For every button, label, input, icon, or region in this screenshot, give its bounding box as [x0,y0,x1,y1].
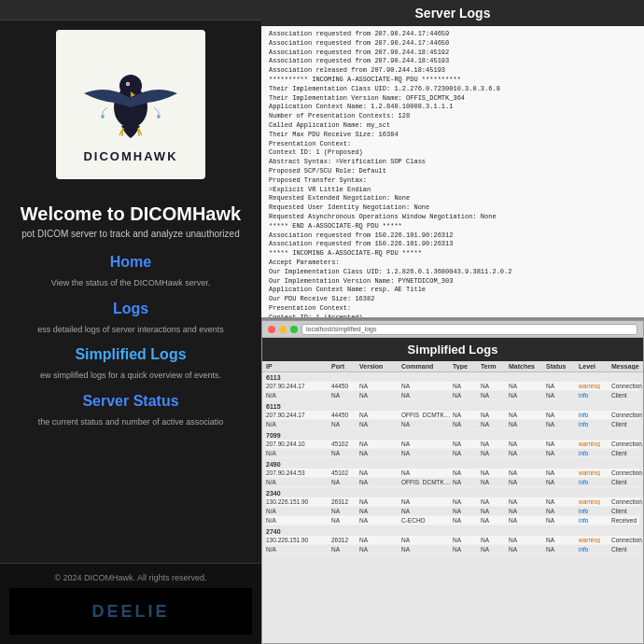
welcome-heading: Welcome to DICOMHawk [0,196,261,229]
logo-area: DICOMHAWK [0,21,261,196]
log-line: Association requested from 207.90.244.18… [269,49,637,58]
table-cell: NA [359,450,401,456]
table-cell: NA [481,450,509,456]
nav-server-status[interactable]: Server Status [0,387,261,417]
table-cell: OFFIS_DCMTK_360 [401,412,453,418]
log-line: Requested Asynchronous Operations Window… [269,213,637,222]
server-logs-content[interactable]: Association requested from 207.90.244.17… [261,26,644,317]
log-line: Context ID: 1 (Proposed) [269,148,637,158]
table-cell: Client [611,508,643,514]
table-cell: Client [611,546,643,553]
table-cell: NA [453,392,481,399]
table-cell: 207.90.244.10 [266,441,331,447]
simplified-logs-table: IPPortVersionCommandTypeTermMatchesStatu… [262,361,643,643]
table-cell: OFFIS_DCMTK_360 [401,479,453,485]
table-cell: 207.90.244.17 [266,412,331,418]
table-cell: NA [331,479,359,485]
footer: © 2024 DICOMHawk. All rights reserved. D… [0,563,261,644]
table-cell: NA [401,469,453,476]
table-row: 207.90.244.5345102NANANANANANAwarningCon… [266,469,639,478]
table-cell: Client [611,479,643,485]
log-line: Presentation Context: [269,304,637,314]
table-cell: NA [401,441,453,447]
log-line: Their Implementation Version Name: OFFIS… [269,94,637,104]
log-line: Association released from 207.90.244.18:… [269,66,637,76]
table-cell: NA [481,383,509,389]
table-cell: 207.90.244.17 [266,383,331,389]
table-cell: 44450 [331,383,359,389]
table-cell: NA [509,498,546,505]
table-cell: NA [509,546,546,553]
log-line: Our Implementation Version Name: PYNETDI… [269,277,637,287]
table-cell: Connection from [611,498,643,505]
footer-logo-box: DEELIE [9,588,252,635]
home-link[interactable]: Home [19,254,243,271]
table-cell: NA [401,450,453,456]
table-cell: NA [331,392,359,399]
welcome-subtitle: pot DICOM server to track and analyze un… [0,229,261,248]
logs-link[interactable]: Logs [19,301,243,317]
table-cell: NA [546,517,579,524]
table-cell: NA [401,537,453,543]
table-cell: NA [453,450,481,456]
table-header-cell: Type [453,363,481,370]
right-panel: Server Logs Association requested from 2… [261,0,644,644]
table-cell: NA [359,441,401,447]
table-cell: 26312 [331,498,359,505]
table-cell: NA [509,392,546,399]
server-status-link[interactable]: Server Status [19,393,243,410]
table-cell: warning [579,537,611,543]
table-cell: NA [546,508,579,514]
table-cell: NA [481,469,509,476]
table-row: N/ANANAOFFIS_DCMTK_360NANANANAinfoClient… [266,478,639,487]
table-header-cell: IP [266,363,331,370]
top-bar [0,0,261,21]
table-cell: NA [359,498,401,505]
log-line: Proposed SCP/SCU Role: Default [269,167,637,176]
logo-box: DICOMHAWK [56,30,205,179]
table-cell: NA [481,441,509,447]
log-line: Association requested from 207.90.244.18… [269,57,637,66]
table-cell: NA [359,383,401,389]
log-line: Abstract Syntax: =Verification SOP Class [269,158,637,167]
table-row: 207.90.244.1744450NANANANANANAwarningCon… [266,382,639,391]
table-cell: NA [359,479,401,485]
simplified-logs-link[interactable]: Simplified Logs [19,346,243,363]
table-group: 2740130.226.151.9026312NANANANANANAwarni… [262,526,643,555]
table-row: N/ANANANANANANANAinfoClient2024-07-09 T1… [266,420,639,429]
close-dot[interactable] [268,326,275,333]
table-group: 2490207.90.244.5345102NANANANANANAwarnin… [262,459,643,488]
svg-point-4 [101,115,105,119]
table-cell: NA [546,441,579,447]
table-cell: NA [481,537,509,543]
table-cell: NA [453,412,481,418]
nav-home[interactable]: Home [0,248,261,278]
table-cell: NA [546,479,579,485]
table-cell: N/A [266,508,331,514]
minimize-dot[interactable] [279,326,287,333]
nav-simplified-logs[interactable]: Simplified Logs [0,341,261,371]
table-cell: 130.226.151.90 [266,498,331,505]
table-cell: Client [611,450,643,456]
table-cell: warning [579,383,611,389]
group-id: 2340 [266,489,639,497]
table-header-cell: Level [579,363,611,370]
footer-logo-text: DEELIE [91,602,169,622]
group-id: 6113 [266,373,639,382]
log-line: Association requested from 150.226.101.9… [269,231,637,241]
table-cell: Received [611,517,643,524]
log-line: ********** INCOMING A-ASSOCIATE-RQ PDU *… [269,76,637,85]
table-cell: NA [359,537,401,543]
nav-logs[interactable]: Logs [0,295,261,325]
table-cell: NA [359,469,401,476]
maximize-dot[interactable] [290,326,298,333]
url-bar[interactable]: localhost/simplified_logs [301,324,637,335]
log-line: Called Application Name: my_sct [269,121,637,131]
table-cell: NA [546,469,579,476]
table-cell: NA [331,421,359,427]
table-cell: NA [401,392,453,399]
table-cell: NA [359,517,401,524]
table-cell: N/A [266,517,331,524]
simplified-logs-desc: ew simplified logs for a quick overview … [0,371,261,387]
svg-point-5 [157,115,161,119]
